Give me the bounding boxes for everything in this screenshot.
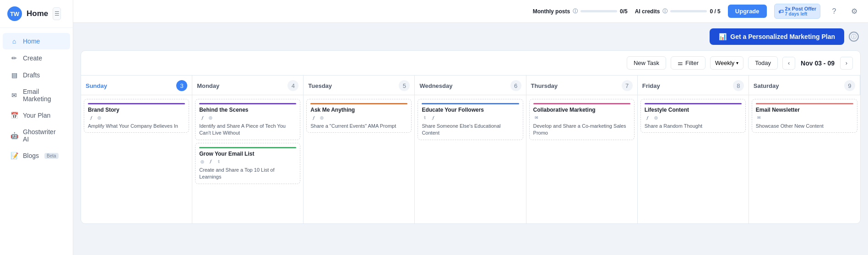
email-icon: ✉	[533, 114, 540, 121]
task-card-educate-followers[interactable]: Educate Your Followers 𝕥 𝒇 Share Someone…	[418, 99, 523, 140]
task-desc-collaborative: Develop and Share a Co-marketing Sales P…	[533, 123, 630, 137]
task-card-ask-anything[interactable]: Ask Me Anything 𝒇 ◎ Share a "Current Eve…	[306, 99, 412, 133]
email-icon: ✉	[756, 114, 762, 121]
sidebar-item-create[interactable]: ✏ Create	[3, 50, 70, 66]
task-desc-behind-scenes: Identify and Share A Piece of Tech You C…	[199, 123, 296, 137]
facebook-icon: 𝒇	[645, 114, 651, 121]
offer-label: 2x Post Offer	[785, 6, 816, 11]
day-header-thursday: Thursday 7	[526, 76, 638, 95]
sidebar-item-home[interactable]: ⌂ Home	[3, 33, 70, 49]
task-icons-behind-scenes: 𝒇 ◎	[199, 114, 296, 121]
sidebar-item-ghostwriter-label: Ghostwriter AI	[23, 128, 63, 143]
day-body-monday: Behind the Scenes 𝒇 ◎ Identify and Share…	[192, 95, 304, 223]
weekly-select[interactable]: Weekly ▾	[710, 56, 743, 70]
filter-button[interactable]: ⚌ Filter	[671, 56, 705, 70]
instagram-icon: ◎	[653, 114, 659, 121]
info-icon-credits: ⓘ	[662, 8, 667, 15]
day-name-friday: Friday	[642, 82, 660, 89]
twitter-icon: 𝕥	[216, 158, 222, 165]
marketing-plan-label: Get a Personalized Marketing Plan	[730, 33, 835, 40]
sidebar-item-drafts[interactable]: ▤ Drafts	[3, 67, 70, 83]
task-title-collaborative: Collaborative Marketing	[533, 107, 630, 113]
task-desc-lifestyle: Share a Random Thought	[645, 123, 742, 130]
sidebar-item-ghostwriter[interactable]: 🤖 Ghostwriter AI	[3, 124, 70, 147]
task-card-brand-story[interactable]: Brand Story 𝒇 ◎ Amplify What Your Compan…	[84, 99, 189, 133]
monthly-posts-value: 0/5	[620, 8, 628, 15]
task-icons-lifestyle: 𝒇 ◎	[645, 114, 742, 121]
day-body-saturday: Email Newsletter ✉ Showcase Other New Co…	[749, 95, 860, 223]
sidebar-collapse-button[interactable]: ☰	[53, 7, 61, 20]
next-week-button[interactable]: ›	[840, 57, 853, 70]
task-icons-ask-anything: 𝒇 ◎	[310, 114, 407, 121]
sidebar-item-blogs-label: Blogs	[23, 152, 39, 159]
drafts-icon: ▤	[10, 71, 18, 79]
facebook-icon: 𝒇	[88, 114, 94, 121]
day-name-wednesday: Wednesday	[419, 82, 452, 89]
instagram-icon: ◎	[319, 114, 325, 121]
day-num-wednesday: 6	[510, 80, 521, 91]
day-header-monday: Monday 4	[192, 76, 304, 95]
day-body-friday: Lifestyle Content 𝒇 ◎ Share a Random Tho…	[638, 95, 749, 223]
home-icon: ⌂	[10, 37, 18, 45]
task-title-lifestyle: Lifestyle Content	[645, 107, 742, 113]
facebook-icon: 𝒇	[199, 114, 206, 121]
email-marketing-icon: ✉	[10, 91, 18, 99]
day-name-thursday: Thursday	[531, 82, 558, 89]
monthly-posts-progress	[580, 10, 617, 12]
sidebar-item-email-marketing[interactable]: ✉ Email Marketing	[3, 84, 70, 107]
chevron-down-icon: ▾	[736, 60, 738, 65]
calendar-nav-arrows: ‹ Nov 03 - 09 ›	[782, 57, 853, 70]
settings-icon[interactable]: ⚙	[848, 5, 861, 18]
info-icon-monthly: ⓘ	[573, 8, 578, 15]
instagram-icon: ◎	[207, 114, 214, 121]
day-name-monday: Monday	[197, 82, 219, 89]
sidebar-item-email-marketing-label: Email Marketing	[23, 88, 63, 103]
task-title-ask-anything: Ask Me Anything	[310, 107, 407, 113]
task-title-brand-story: Brand Story	[88, 107, 185, 113]
ai-credits-value: 0 / 5	[710, 8, 720, 15]
day-name-saturday: Saturday	[754, 82, 779, 89]
day-body-sunday: Brand Story 𝒇 ◎ Amplify What Your Compan…	[81, 95, 192, 223]
sidebar-item-drafts-label: Drafts	[23, 71, 40, 79]
marketing-plan-info-icon[interactable]: ⓘ	[849, 32, 859, 42]
new-task-button[interactable]: New Task	[627, 56, 666, 70]
day-header-saturday: Saturday 9	[749, 76, 860, 95]
task-desc-brand-story: Amplify What Your Company Believes In	[88, 123, 185, 130]
offer-icon: 🏷	[778, 9, 783, 14]
marketing-banner: 📊 Get a Personalized Marketing Plan ⓘ	[73, 23, 868, 50]
sidebar-item-your-plan[interactable]: 📅 Your Plan	[3, 107, 70, 124]
ai-credits-label: AI credits	[635, 8, 660, 15]
day-header-sunday: Sunday 3	[81, 76, 192, 95]
calendar-grid: Sunday 3 Monday 4 Tuesday 5 Wednesday 6 …	[81, 76, 860, 223]
sidebar-item-blogs[interactable]: 📝 Blogs Beta	[3, 147, 70, 164]
day-num-monday: 4	[288, 80, 298, 91]
filter-icon: ⚌	[678, 60, 683, 66]
monthly-posts-label: Monthly posts	[533, 8, 570, 15]
task-card-email-newsletter[interactable]: Email Newsletter ✉ Showcase Other New Co…	[752, 99, 857, 133]
main-content: Monthly posts ⓘ 0/5 AI credits ⓘ 0 / 5 U…	[73, 0, 868, 255]
prev-week-button[interactable]: ‹	[782, 57, 795, 70]
offer-badge: 🏷 2x Post Offer 7 days left	[774, 4, 820, 19]
upgrade-button[interactable]: Upgrade	[728, 5, 767, 18]
task-card-behind-scenes[interactable]: Behind the Scenes 𝒇 ◎ Identify and Share…	[195, 99, 300, 140]
sidebar: TW Home ☰ ⌂ Home ✏ Create ▤ Drafts ✉ Ema…	[0, 0, 73, 255]
offer-sub: 7 days left	[785, 11, 816, 16]
today-button[interactable]: Today	[748, 56, 778, 70]
marketing-plan-button[interactable]: 📊 Get a Personalized Marketing Plan	[710, 28, 844, 45]
twitter-icon: 𝕥	[422, 114, 428, 121]
sidebar-logo: TW Home ☰	[0, 0, 73, 28]
sidebar-nav: ⌂ Home ✏ Create ▤ Drafts ✉ Email Marketi…	[0, 28, 73, 255]
filter-label: Filter	[685, 60, 699, 66]
sidebar-item-create-label: Create	[23, 54, 42, 62]
help-icon[interactable]: ?	[828, 5, 841, 18]
day-header-wednesday: Wednesday 6	[415, 76, 526, 95]
your-plan-icon: 📅	[10, 111, 18, 119]
day-name-sunday: Sunday	[86, 82, 107, 89]
task-desc-grow-email: Create and Share a Top 10 List of Learni…	[199, 167, 296, 181]
day-num-saturday: 9	[844, 80, 855, 91]
task-card-grow-email[interactable]: Grow Your Email List ◎ 𝒇 𝕥 Create and Sh…	[195, 143, 300, 184]
task-desc-educate-followers: Share Someone Else's Educational Content	[422, 123, 519, 137]
task-card-lifestyle[interactable]: Lifestyle Content 𝒇 ◎ Share a Random Tho…	[640, 99, 746, 133]
day-body-wednesday: Educate Your Followers 𝕥 𝒇 Share Someone…	[415, 95, 526, 223]
task-card-collaborative[interactable]: Collaborative Marketing ✉ Develop and Sh…	[529, 99, 635, 140]
